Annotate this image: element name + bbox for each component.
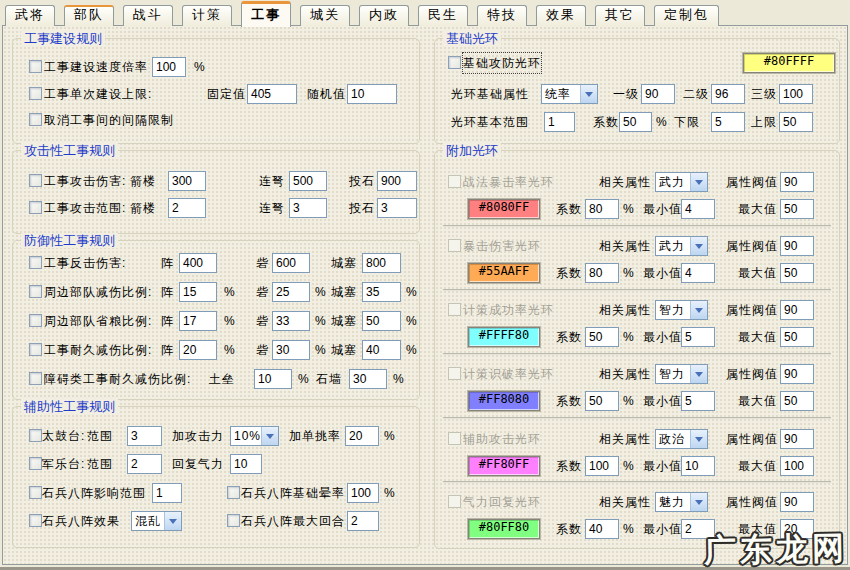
chevron-down-icon[interactable] bbox=[690, 365, 707, 383]
aura-color-button[interactable]: #FFFF80 bbox=[468, 327, 540, 347]
stone-maze-maxturn-checkbox[interactable] bbox=[227, 514, 240, 527]
aura-color-button[interactable]: #FF80FF bbox=[468, 456, 540, 476]
upper-limit-input[interactable] bbox=[779, 112, 813, 132]
stone-maze-maxturn-input[interactable] bbox=[347, 511, 379, 531]
max-input[interactable] bbox=[780, 456, 814, 476]
related-attr-dropdown[interactable]: 武力 bbox=[655, 172, 708, 192]
level3-input[interactable] bbox=[779, 84, 813, 104]
fort-input[interactable] bbox=[272, 340, 310, 360]
threshold-input[interactable] bbox=[780, 492, 814, 512]
base-aura-checkbox[interactable] bbox=[448, 56, 461, 69]
tab-minsheng[interactable]: 民生 bbox=[418, 5, 468, 26]
max-input[interactable] bbox=[780, 327, 814, 347]
citadel-counter-input[interactable] bbox=[362, 253, 401, 273]
obstacle-durability-checkbox[interactable] bbox=[29, 372, 42, 385]
stone-wall-input[interactable] bbox=[349, 369, 387, 389]
tab-xiaoguo[interactable]: 效果 bbox=[536, 5, 586, 26]
repeater-damage-input[interactable] bbox=[289, 171, 327, 191]
camp-input[interactable] bbox=[179, 340, 217, 360]
aura-checkbox[interactable] bbox=[448, 303, 461, 316]
max-input[interactable] bbox=[780, 391, 814, 411]
attack-bonus-dropdown[interactable]: 10% bbox=[230, 426, 279, 446]
coefficient-input[interactable] bbox=[585, 391, 619, 411]
stone-maze-range-checkbox[interactable] bbox=[29, 486, 42, 499]
citadel-input[interactable] bbox=[362, 340, 401, 360]
aura-color-button[interactable]: #80FF80 bbox=[468, 519, 540, 539]
level1-input[interactable] bbox=[641, 84, 675, 104]
related-attr-dropdown[interactable]: 魅力 bbox=[655, 492, 708, 512]
chevron-down-icon[interactable] bbox=[580, 85, 597, 103]
camp-counter-input[interactable] bbox=[179, 253, 217, 273]
tab-qita[interactable]: 其它 bbox=[595, 5, 645, 26]
chevron-down-icon[interactable] bbox=[690, 173, 707, 191]
chevron-down-icon[interactable] bbox=[261, 427, 278, 445]
level2-input[interactable] bbox=[711, 84, 745, 104]
tab-zhandou[interactable]: 战斗 bbox=[123, 5, 173, 26]
arrow-tower-range-input[interactable] bbox=[168, 198, 206, 218]
coefficient-input[interactable] bbox=[619, 112, 652, 132]
durability-damage-reduction-checkbox[interactable] bbox=[29, 343, 42, 356]
aura-checkbox[interactable] bbox=[448, 367, 461, 380]
lower-limit-input[interactable] bbox=[711, 112, 745, 132]
aura-checkbox[interactable] bbox=[448, 175, 461, 188]
min-input[interactable] bbox=[681, 327, 715, 347]
tab-jice[interactable]: 计策 bbox=[182, 5, 232, 26]
max-input[interactable] bbox=[780, 263, 814, 283]
cancel-gap-limit-checkbox[interactable] bbox=[29, 113, 42, 126]
tab-wujiang[interactable]: 武将 bbox=[5, 5, 55, 26]
coefficient-input[interactable] bbox=[585, 519, 619, 539]
stone-maze-stun-checkbox[interactable] bbox=[227, 486, 240, 499]
chevron-down-icon[interactable] bbox=[690, 237, 707, 255]
fort-input[interactable] bbox=[272, 282, 310, 302]
base-attr-dropdown[interactable]: 统率 bbox=[541, 84, 598, 104]
drum-range-input[interactable] bbox=[127, 426, 162, 446]
citadel-input[interactable] bbox=[362, 282, 401, 302]
stone-maze-effect-dropdown[interactable]: 混乱 bbox=[131, 511, 182, 531]
construction-speed-checkbox[interactable] bbox=[29, 60, 42, 73]
random-value-input[interactable] bbox=[347, 84, 397, 104]
stone-maze-range-input[interactable] bbox=[152, 483, 182, 503]
aura-checkbox[interactable] bbox=[448, 239, 461, 252]
drum-tower-checkbox[interactable] bbox=[29, 429, 42, 442]
arrow-tower-damage-input[interactable] bbox=[168, 171, 206, 191]
related-attr-dropdown[interactable]: 智力 bbox=[655, 300, 708, 320]
related-attr-dropdown[interactable]: 政治 bbox=[655, 429, 708, 449]
tab-dingzhibao[interactable]: 定制包 bbox=[654, 5, 719, 26]
tab-budui[interactable]: 部队 bbox=[64, 5, 114, 26]
threshold-input[interactable] bbox=[780, 364, 814, 384]
camp-input[interactable] bbox=[179, 311, 217, 331]
related-attr-dropdown[interactable]: 武力 bbox=[655, 236, 708, 256]
nearby-food-saving-checkbox[interactable] bbox=[29, 314, 42, 327]
base-range-input[interactable] bbox=[544, 112, 575, 132]
chevron-down-icon[interactable] bbox=[690, 493, 707, 511]
coefficient-input[interactable] bbox=[585, 199, 619, 219]
attack-range-checkbox[interactable] bbox=[29, 201, 42, 214]
max-input[interactable] bbox=[780, 199, 814, 219]
duel-rate-input[interactable] bbox=[345, 426, 379, 446]
single-build-limit-checkbox[interactable] bbox=[29, 87, 42, 100]
counter-damage-checkbox[interactable] bbox=[29, 256, 42, 269]
aura-color-button[interactable]: #55AAFF bbox=[468, 263, 540, 283]
tab-neizheng[interactable]: 内政 bbox=[359, 5, 409, 26]
music-tower-checkbox[interactable] bbox=[29, 457, 42, 470]
aura-color-button[interactable]: #FF8080 bbox=[468, 391, 540, 411]
aura-checkbox[interactable] bbox=[448, 432, 461, 445]
threshold-input[interactable] bbox=[780, 300, 814, 320]
min-input[interactable] bbox=[681, 391, 715, 411]
repeater-range-input[interactable] bbox=[289, 198, 327, 218]
coefficient-input[interactable] bbox=[585, 263, 619, 283]
nearby-damage-reduction-checkbox[interactable] bbox=[29, 285, 42, 298]
fort-input[interactable] bbox=[272, 311, 310, 331]
tab-gongshi-active[interactable]: 工事 bbox=[241, 1, 291, 27]
min-input[interactable] bbox=[681, 456, 715, 476]
construction-speed-input[interactable] bbox=[152, 57, 186, 77]
tab-teji[interactable]: 特技 bbox=[477, 5, 527, 26]
coefficient-input[interactable] bbox=[585, 327, 619, 347]
chevron-down-icon[interactable] bbox=[690, 301, 707, 319]
camp-input[interactable] bbox=[179, 282, 217, 302]
tab-chengguan[interactable]: 城关 bbox=[300, 5, 350, 26]
chevron-down-icon[interactable] bbox=[164, 512, 181, 530]
min-input[interactable] bbox=[681, 199, 715, 219]
fort-counter-input[interactable] bbox=[272, 253, 310, 273]
threshold-input[interactable] bbox=[780, 172, 814, 192]
